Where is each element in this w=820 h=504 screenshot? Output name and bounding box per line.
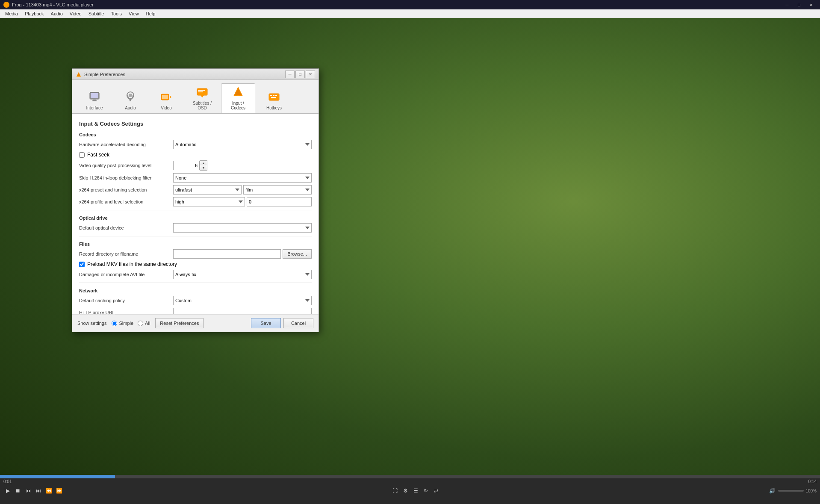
- record-dir-input[interactable]: [173, 249, 281, 259]
- menu-subtitle[interactable]: Subtitle: [85, 10, 108, 17]
- vq-level-row: Video quality post-processing level ▲ ▼: [79, 160, 312, 171]
- damaged-avi-control: Always fix Ask Never fix Ignore: [173, 270, 312, 279]
- dialog-close-button[interactable]: ✕: [306, 71, 315, 78]
- optical-device-label: Default optical device: [79, 225, 173, 230]
- volume-slider[interactable]: [778, 490, 804, 492]
- svg-rect-5: [93, 100, 96, 100]
- svg-point-9: [129, 94, 132, 97]
- titlebar-controls: ─ □ ✕: [782, 1, 817, 8]
- tab-interface[interactable]: Interface: [77, 88, 112, 113]
- time-total: 0:14: [808, 479, 817, 484]
- spin-up-button[interactable]: ▲: [200, 161, 207, 165]
- save-button[interactable]: Save: [251, 318, 281, 328]
- dialog-content: Input & Codecs Settings Codecs Hardware-…: [72, 113, 319, 314]
- tab-subtitles[interactable]: Subtitles / OSD: [185, 83, 219, 113]
- x264-level-input[interactable]: [247, 197, 312, 206]
- optical-device-control: [173, 223, 312, 233]
- dialog-footer: Show settings Simple All Reset Preferenc…: [72, 314, 319, 332]
- optical-device-select[interactable]: [173, 223, 312, 233]
- tab-video-icon: [160, 91, 172, 105]
- dialog-title-controls: ─ □ ✕: [285, 71, 315, 78]
- x264-profile-select[interactable]: baseline main high high10 high422: [173, 197, 245, 206]
- svg-rect-2: [77, 76, 80, 77]
- fullscreen-button[interactable]: ⛶: [391, 486, 399, 495]
- preload-mkv-checkbox[interactable]: [79, 262, 85, 267]
- vq-level-input[interactable]: [173, 161, 200, 170]
- cancel-button[interactable]: Cancel: [283, 318, 313, 328]
- next-button[interactable]: ⏭: [34, 486, 43, 495]
- play-button[interactable]: ▶: [3, 486, 12, 495]
- progress-bar[interactable]: [0, 475, 820, 478]
- svg-rect-22: [270, 95, 272, 96]
- dialog-minimize-button[interactable]: ─: [285, 71, 295, 78]
- optical-divider: [79, 236, 312, 236]
- damaged-avi-label: Damaged or incomplete AVI file: [79, 272, 173, 277]
- http-proxy-label: HTTP proxy URL: [79, 310, 173, 314]
- dialog-maximize-button[interactable]: □: [295, 71, 305, 78]
- vlc-icon: [3, 2, 9, 8]
- tab-audio[interactable]: Audio: [113, 88, 147, 113]
- close-button[interactable]: ✕: [805, 1, 817, 8]
- tab-bar: Interface Audio Video Subtitles / OSD: [72, 80, 319, 113]
- x264-profile-row: x264 profile and level selection baselin…: [79, 197, 312, 206]
- loop-button[interactable]: ↻: [422, 486, 430, 495]
- rewind-button[interactable]: ⏪: [44, 486, 53, 495]
- x264-tuning-select[interactable]: film animation grain stillimage psnr ssi…: [243, 185, 312, 195]
- show-settings-label: Show settings: [77, 321, 106, 326]
- svg-rect-24: [275, 95, 277, 96]
- menu-help[interactable]: Help: [142, 10, 159, 17]
- settings-radio-group: Simple All: [112, 321, 150, 326]
- simple-settings-radio[interactable]: [112, 321, 117, 326]
- vq-level-spinner: ▲ ▼: [173, 160, 207, 171]
- menu-view[interactable]: View: [125, 10, 142, 17]
- damaged-avi-select[interactable]: Always fix Ask Never fix Ignore: [173, 270, 312, 279]
- svg-rect-8: [130, 100, 131, 101]
- vq-level-control: ▲ ▼: [173, 160, 312, 171]
- menu-playback[interactable]: Playback: [21, 10, 47, 17]
- tab-input-codecs[interactable]: Input / Codecs: [221, 83, 255, 113]
- menu-media[interactable]: Media: [2, 10, 21, 17]
- menu-tools[interactable]: Tools: [107, 10, 125, 17]
- caching-policy-select[interactable]: Custom Lowest latency Low latency Normal…: [173, 296, 312, 305]
- menu-video[interactable]: Video: [66, 10, 85, 17]
- tab-audio-label: Audio: [125, 106, 136, 110]
- tab-input-icon: [232, 86, 244, 100]
- titlebar-title-group: Frog - 113403.mp4 - VLC media player: [3, 2, 94, 8]
- fast-forward-button[interactable]: ⏩: [55, 486, 63, 495]
- random-button[interactable]: ⇄: [432, 486, 440, 495]
- extended-button[interactable]: ⚙: [401, 486, 410, 495]
- menu-audio[interactable]: Audio: [47, 10, 66, 17]
- dialog-title-text: Simple Preferences: [84, 72, 125, 77]
- http-proxy-input[interactable]: [173, 308, 312, 314]
- caching-policy-control: Custom Lowest latency Low latency Normal…: [173, 296, 312, 305]
- maximize-button[interactable]: □: [793, 1, 805, 8]
- zoom-level: 100%: [805, 489, 817, 493]
- tab-input-label: Input / Codecs: [226, 101, 251, 110]
- stop-button[interactable]: ⏹: [14, 486, 22, 495]
- all-settings-radio[interactable]: [138, 321, 143, 326]
- simple-preferences-dialog: Simple Preferences ─ □ ✕ Interface Audio: [72, 68, 319, 332]
- x264-preset-select[interactable]: ultrafast superfast veryfast faster fast…: [173, 185, 242, 195]
- volume-controls: 🔊 100%: [768, 486, 817, 495]
- skip-h264-select[interactable]: None Non-ref Bidir Non-key All: [173, 173, 312, 183]
- svg-rect-23: [273, 95, 274, 96]
- minimize-button[interactable]: ─: [782, 1, 793, 8]
- reset-preferences-button[interactable]: Reset Preferences: [155, 318, 204, 328]
- network-section-header: Network: [79, 288, 312, 293]
- prev-button[interactable]: ⏮: [24, 486, 32, 495]
- mute-button[interactable]: 🔊: [768, 486, 776, 495]
- x264-profile-label: x264 profile and level selection: [79, 199, 173, 204]
- hw-accel-select[interactable]: Automatic Disable Any: [173, 140, 312, 149]
- svg-marker-11: [170, 95, 171, 99]
- browse-button[interactable]: Browse...: [283, 249, 312, 259]
- x264-preset-control: ultrafast superfast veryfast faster fast…: [173, 185, 312, 195]
- tab-hotkeys[interactable]: Hotkeys: [257, 88, 291, 113]
- x264-profile-dual: baseline main high high10 high422: [173, 197, 312, 206]
- hw-accel-row: Hardware-accelerated decoding Automatic …: [79, 140, 312, 149]
- tab-video[interactable]: Video: [149, 88, 183, 113]
- fast-seek-checkbox[interactable]: [79, 152, 85, 158]
- x264-preset-dual: ultrafast superfast veryfast faster fast…: [173, 185, 312, 195]
- spin-down-button[interactable]: ▼: [200, 165, 207, 170]
- tab-interface-icon: [88, 91, 100, 105]
- playlist-button[interactable]: ☰: [411, 486, 420, 495]
